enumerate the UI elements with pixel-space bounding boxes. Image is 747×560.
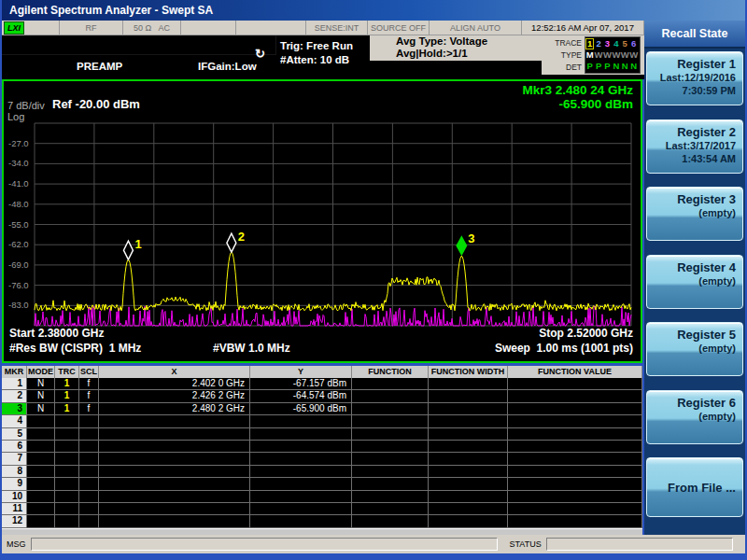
start-freq-label: Start 2.38000 GHz <box>9 327 104 340</box>
trace-1-type-icon: M <box>585 49 594 61</box>
mt-cell <box>352 503 429 514</box>
spectrum-plot: -27.0-34.0-41.0-48.0-55.0-62.0-69.0-76.0… <box>4 81 641 361</box>
status-cell-8: 12:52:16 AM Apr 07, 2017 <box>522 21 644 35</box>
trace-6-type-icon: W <box>629 49 638 61</box>
mt-cell <box>79 453 99 464</box>
trace-numbers-row: 123456 <box>585 38 640 49</box>
y-tick-label: -27.0 <box>8 138 29 148</box>
mt-cell <box>99 503 250 514</box>
mt-cell <box>429 478 508 489</box>
mt-cell <box>250 466 352 477</box>
analyzer-window: Agilent Spectrum Analyzer - Swept SA LXI… <box>0 0 747 560</box>
col-header-mkr: MKR <box>2 366 27 378</box>
mt-cell <box>55 503 79 514</box>
softkey-detail: Last:12/19/2016 <box>647 71 736 84</box>
mt-cell <box>99 491 250 502</box>
mt-cell <box>250 453 352 464</box>
mt-cell <box>429 503 508 514</box>
mt-cell: f <box>79 390 99 401</box>
rbw-label: #Res BW (CISPR) 1 MHz <box>9 342 141 355</box>
y-tick-label: -55.0 <box>8 219 29 230</box>
softkey-detail: (empty) <box>647 410 736 423</box>
mt-cell <box>27 415 55 427</box>
softkey-register-3[interactable]: Register 3(empty) <box>646 187 743 241</box>
softkey-menu-title: Recall State <box>644 21 745 49</box>
status-cell-1: RF <box>60 21 123 35</box>
mt-cell: 3 <box>2 403 27 414</box>
softkey-register-2[interactable]: Register 2Last:3/17/20171:43:54 AM <box>646 119 743 174</box>
sweep-time-label: Sweep 1.00 ms (1001 pts) <box>495 342 633 355</box>
softkey-register-6[interactable]: Register 6(empty) <box>646 390 743 444</box>
type-label: TYPE <box>542 49 582 62</box>
trace-types-row: MWWWWW <box>585 49 640 61</box>
marker-table-header: MKRMODETRCSCLXYFUNCTIONFUNCTION WIDTHFUN… <box>2 366 642 378</box>
mt-cell <box>250 491 352 502</box>
softkey-register-1[interactable]: Register 1Last:12/19/20167:30:59 PM <box>646 51 743 105</box>
mt-cell <box>79 478 99 489</box>
softkey-register-5[interactable]: Register 5(empty) <box>646 322 743 376</box>
marker-table-row-12: 12 <box>2 515 642 527</box>
marker-table-row-1: 1N1f2.402 0 GHz-67.157 dBm <box>2 378 642 390</box>
mt-cell <box>27 503 55 514</box>
mt-cell <box>508 403 642 414</box>
mt-cell <box>352 403 429 414</box>
trace-5-type-icon: W <box>621 49 629 61</box>
continuous-sweep-icon: ↻ <box>255 47 265 61</box>
status-cell-3 <box>181 21 236 35</box>
spectrum-display: -27.0-34.0-41.0-48.0-55.0-62.0-69.0-76.0… <box>2 79 642 363</box>
msg-field <box>31 538 498 551</box>
softkey-detail: (empty) <box>647 274 736 287</box>
mt-cell <box>429 453 508 464</box>
trace-legend-box: 123456 MWWWWW PPPNNN <box>585 36 641 74</box>
trace-6-detector: N <box>629 61 638 72</box>
mt-cell <box>79 415 99 427</box>
mt-cell <box>352 415 429 427</box>
scale-per-div-label: 7 dB/div <box>7 100 45 111</box>
mt-cell <box>508 478 642 489</box>
trace-1-detector: P <box>585 61 594 72</box>
mt-cell: 1 <box>2 378 27 389</box>
marker-1-diamond <box>123 241 133 259</box>
mt-cell <box>55 491 79 502</box>
mt-cell: -64.574 dBm <box>250 390 352 401</box>
status-cell-5: SENSE:INT <box>306 21 368 35</box>
mt-cell <box>508 390 642 401</box>
status-strip: LXIRF50 Ω ACSENSE:INTSOURCE OFFALIGN AUT… <box>2 21 644 35</box>
window-title-bar[interactable]: Agilent Spectrum Analyzer - Swept SA <box>2 0 745 21</box>
mt-cell <box>250 503 352 514</box>
mt-cell <box>55 441 79 452</box>
softkey-panel: Recall State Register 1Last:12/19/20167:… <box>644 21 745 535</box>
mt-cell <box>79 466 99 477</box>
trace-5-number: 5 <box>621 38 629 49</box>
col-header-x: X <box>99 366 250 378</box>
marker-3-diamond <box>456 235 467 256</box>
softkey-label: Register 2 <box>647 125 736 139</box>
y-tick-label: -83.0 <box>8 300 29 310</box>
mt-cell <box>429 403 508 414</box>
status-cell-2: 50 Ω AC <box>123 21 181 35</box>
mt-cell <box>352 453 429 464</box>
softkey-register-4[interactable]: Register 4(empty) <box>646 255 743 309</box>
mt-cell: 1 <box>55 390 79 401</box>
trace-3-type-icon: W <box>603 49 612 61</box>
col-header-scl: SCL <box>79 366 99 378</box>
mt-cell <box>508 415 642 427</box>
trace-5-detector: N <box>621 61 629 72</box>
mt-cell <box>429 491 508 502</box>
marker-readout-freq: Mkr3 2.480 24 GHz <box>522 83 633 97</box>
status-cell-6: SOURCE OFF <box>368 21 430 35</box>
softkey-from-file[interactable]: From File ... <box>646 457 743 517</box>
mt-cell: f <box>79 403 99 414</box>
vbw-label: #VBW 1.0 MHz <box>213 342 290 355</box>
mt-cell: f <box>79 378 99 389</box>
marker-table-row-9: 9 <box>2 478 642 490</box>
redacted-measurement-title <box>2 35 276 55</box>
trace-detectors-row: PPPNNN <box>585 61 640 72</box>
mt-cell: 2.402 0 GHz <box>99 378 250 389</box>
mt-cell <box>27 515 55 526</box>
mt-cell <box>99 428 250 440</box>
marker-table-row-8: 8 <box>2 466 642 478</box>
trace-6-number: 6 <box>629 38 638 49</box>
trace-2-type-icon: W <box>594 49 602 61</box>
y-tick-label: -41.0 <box>8 178 29 189</box>
